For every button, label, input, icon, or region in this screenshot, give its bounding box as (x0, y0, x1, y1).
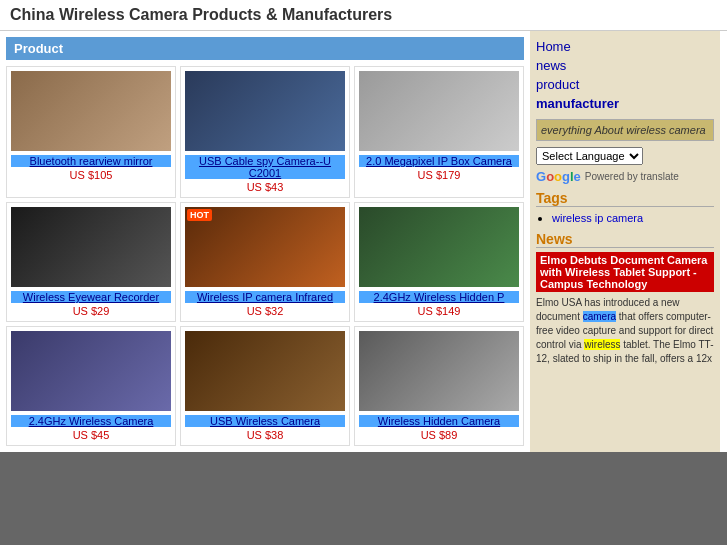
product-image (185, 331, 345, 411)
product-price: US $179 (418, 169, 461, 181)
product-title-link[interactable]: Wireless Hidden Camera (359, 415, 519, 427)
product-cell: Bluetooth rearview mirror US $105 (6, 66, 176, 198)
sidebar-nav-item[interactable]: news (536, 56, 714, 75)
sidebar: Homenewsproductmanufacturer everything A… (530, 31, 720, 452)
sidebar-nav-item[interactable]: manufacturer (536, 94, 714, 113)
product-price: US $32 (247, 305, 284, 317)
main-content: Product Bluetooth rearview mirror US $10… (0, 31, 530, 452)
product-title-link[interactable]: USB Wireless Camera (185, 415, 345, 427)
google-translate-row: Google Powered by translate (536, 169, 714, 184)
product-cell: Wireless Hidden Camera US $89 (354, 326, 524, 446)
product-section-title: Product (6, 37, 524, 60)
product-title-link[interactable]: 2.0 Megapixel IP Box Camera (359, 155, 519, 167)
news-article-title[interactable]: Elmo Debuts Document Camera with Wireles… (536, 252, 714, 292)
news-article-body: Elmo USA has introduced a new document c… (536, 296, 714, 366)
news-article-link[interactable]: Elmo Debuts Document Camera with Wireles… (540, 254, 707, 290)
product-cell: 2.4GHz Wireless Camera US $45 (6, 326, 176, 446)
product-price: US $43 (247, 181, 284, 193)
tag-link[interactable]: wireless ip camera (552, 212, 643, 224)
news-section: News Elmo Debuts Document Camera with Wi… (536, 231, 714, 366)
product-title-link[interactable]: 2.4GHz Wireless Camera (11, 415, 171, 427)
product-title-link[interactable]: Wireless Eyewear Recorder (11, 291, 171, 303)
product-price: US $45 (73, 429, 110, 441)
select-language-row: Select Language (536, 147, 714, 165)
product-image (185, 71, 345, 151)
product-title-link[interactable]: Wireless IP camera Infrared (185, 291, 345, 303)
language-select[interactable]: Select Language (536, 147, 643, 165)
sidebar-nav-item[interactable]: product (536, 75, 714, 94)
hot-badge: HOT (187, 209, 212, 221)
product-cell: Wireless Eyewear Recorder US $29 (6, 202, 176, 322)
product-image (359, 207, 519, 287)
product-cell: USB Cable spy Camera--U C2001 US $43 (180, 66, 350, 198)
sidebar-nav-item[interactable]: Home (536, 37, 714, 56)
product-title-link[interactable]: USB Cable spy Camera--U C2001 (185, 155, 345, 179)
product-cell: HOT Wireless IP camera Infrared US $32 (180, 202, 350, 322)
page-title: China Wireless Camera Products & Manufac… (10, 6, 717, 24)
product-grid: Bluetooth rearview mirror US $105 USB Ca… (6, 66, 524, 446)
product-image (11, 331, 171, 411)
highlight-wireless: wireless (584, 339, 620, 350)
sidebar-ad: everything About wireless camera (536, 119, 714, 141)
product-price: US $149 (418, 305, 461, 317)
product-price: US $105 (70, 169, 113, 181)
page-header: China Wireless Camera Products & Manufac… (0, 0, 727, 31)
product-image (359, 71, 519, 151)
main-layout: Product Bluetooth rearview mirror US $10… (0, 31, 727, 452)
product-cell: 2.0 Megapixel IP Box Camera US $179 (354, 66, 524, 198)
product-price: US $89 (421, 429, 458, 441)
highlight-camera: camera (583, 311, 616, 322)
product-cell: 2.4GHz Wireless Hidden P US $149 (354, 202, 524, 322)
product-image: HOT (185, 207, 345, 287)
sidebar-nav: Homenewsproductmanufacturer (536, 37, 714, 113)
google-logo: Google (536, 169, 581, 184)
tags-list: wireless ip camera (536, 211, 714, 225)
product-image (11, 71, 171, 151)
product-image (11, 207, 171, 287)
product-title-link[interactable]: Bluetooth rearview mirror (11, 155, 171, 167)
product-title-link[interactable]: 2.4GHz Wireless Hidden P (359, 291, 519, 303)
product-price: US $29 (73, 305, 110, 317)
tags-title: Tags (536, 190, 714, 207)
product-price: US $38 (247, 429, 284, 441)
tag-item: wireless ip camera (552, 211, 714, 225)
product-image (359, 331, 519, 411)
powered-by-text: Powered by translate (585, 171, 679, 182)
product-cell: USB Wireless Camera US $38 (180, 326, 350, 446)
news-section-title: News (536, 231, 714, 248)
